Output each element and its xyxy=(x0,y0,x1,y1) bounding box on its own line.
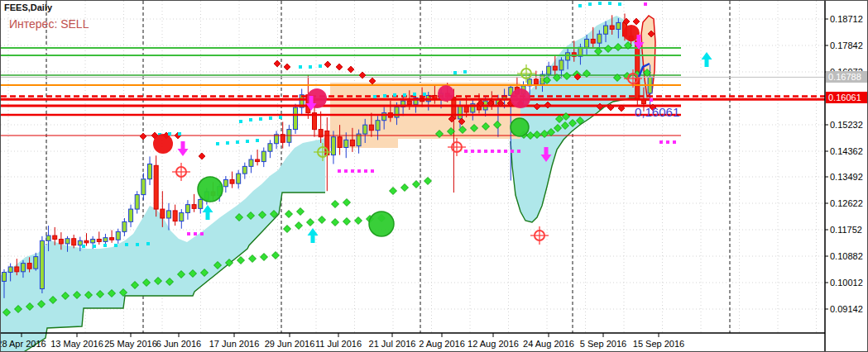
signal-dot-magenta xyxy=(338,169,341,173)
fractal-diamond-green xyxy=(261,254,268,261)
candle-bear xyxy=(173,211,177,221)
signal-dot-magenta xyxy=(504,150,507,153)
candle-bear xyxy=(53,235,57,239)
signal-dot-magenta xyxy=(344,169,348,173)
signal-dot-cyan xyxy=(226,141,229,145)
price-axis-label: 0.09142 xyxy=(830,304,863,314)
price-axis-label: 0.17842 xyxy=(830,40,863,50)
candle-bull xyxy=(268,144,272,151)
signal-dot-cyan xyxy=(269,117,272,120)
buy-arrow-icon xyxy=(308,228,319,243)
signal-dot-magenta xyxy=(371,169,374,173)
fractal-diamond-green xyxy=(319,216,326,224)
signal-dot-cyan xyxy=(279,116,282,119)
fractal-diamond-green xyxy=(284,226,291,233)
candle-bull xyxy=(376,121,380,131)
trend-cloud xyxy=(1,138,325,352)
signal-dot-cyan xyxy=(393,93,396,97)
fractal-diamond-green xyxy=(332,201,339,208)
candle-bear xyxy=(256,159,260,162)
signal-dot-magenta xyxy=(357,169,361,173)
signal-dot-cyan xyxy=(246,140,249,143)
candle-bull xyxy=(597,34,602,43)
chart-window: 0.187120.178420.169720.152320.143620.134… xyxy=(0,0,868,352)
signal-dot-cyan xyxy=(578,4,582,7)
candle-bull xyxy=(40,240,44,288)
signal-dot-cyan xyxy=(413,93,416,96)
signal-dot-magenta xyxy=(484,150,487,153)
candle-bear xyxy=(534,79,538,84)
signal-dot-cyan xyxy=(136,243,139,246)
signal-circle xyxy=(438,85,454,102)
candle-bull xyxy=(141,179,146,195)
candle-bull xyxy=(91,239,95,242)
candle-bull xyxy=(261,151,266,161)
fractal-diamond-green xyxy=(307,219,314,226)
signal-dot-cyan xyxy=(403,93,406,97)
candle-bull xyxy=(78,240,82,245)
signal-dot-magenta xyxy=(659,140,663,144)
price-axis-label: 0.13492 xyxy=(830,172,863,182)
price-axis-label: 0.18712 xyxy=(830,14,863,24)
signal-dot-cyan xyxy=(383,94,386,98)
fractal-diamond-red xyxy=(633,18,640,25)
fractal-diamond-green xyxy=(401,184,409,192)
candle-bear xyxy=(161,209,165,218)
candle-bear xyxy=(72,239,76,245)
candle-bull xyxy=(585,39,589,47)
level-price-label: 0,16061 xyxy=(635,105,679,119)
candle-bull xyxy=(135,195,139,209)
signal-dot-magenta xyxy=(491,150,494,153)
signal-dot-magenta xyxy=(464,150,468,153)
signal-dot-cyan xyxy=(146,242,150,245)
fractal-diamond-green xyxy=(390,188,397,195)
candle-bear xyxy=(610,26,614,29)
price-axis-label: 0.10882 xyxy=(830,251,863,261)
price-axis-label: 0.14362 xyxy=(830,146,863,156)
fractal-diamond-green xyxy=(285,211,293,218)
candle-bull xyxy=(166,211,170,218)
candle-bull xyxy=(559,60,563,70)
fractal-diamond-green xyxy=(413,181,420,188)
candle-bear xyxy=(338,137,342,148)
signal-dot-magenta xyxy=(517,150,520,153)
signal-dot-cyan xyxy=(598,2,602,5)
signal-dot-magenta xyxy=(497,150,501,153)
candle-bull xyxy=(21,264,25,272)
signal-dot-magenta xyxy=(673,140,676,144)
signal-dot-cyan xyxy=(82,245,85,248)
date-label: 29 Jun 2016 xyxy=(265,339,315,349)
candle-bull xyxy=(2,273,7,282)
signal-dot-magenta xyxy=(187,232,190,235)
candle-bull xyxy=(616,22,621,29)
fractal-diamond-red xyxy=(336,64,343,70)
candle-bull xyxy=(237,174,241,183)
date-label: 6 Jun 2016 xyxy=(156,339,201,349)
chart-canvas[interactable]: 0.187120.178420.169720.152320.143620.134… xyxy=(1,1,868,352)
signal-circle xyxy=(369,212,394,236)
fractal-diamond-green xyxy=(237,257,245,264)
candle-bear xyxy=(154,165,158,209)
signal-dot-cyan xyxy=(299,65,302,69)
axis-badge-bid: 0.16061 xyxy=(826,92,868,103)
price-axis-label: 0.11752 xyxy=(830,225,862,235)
signal-dot-magenta xyxy=(364,169,367,173)
buy-arrow-icon xyxy=(702,52,712,67)
candle-bull xyxy=(294,107,298,130)
signal-dot-cyan xyxy=(125,243,128,246)
date-label: 11 Jul 2016 xyxy=(315,339,362,349)
date-label: 25 May 2016 xyxy=(104,339,157,349)
signal-dot-cyan xyxy=(216,142,219,145)
fractal-diamond-red xyxy=(324,61,331,68)
fractal-diamond-red xyxy=(284,64,290,70)
candle-bull xyxy=(223,179,228,186)
price-axis-label: 0.10012 xyxy=(830,278,863,288)
candle-bull xyxy=(199,199,203,208)
date-label: 17 Jun 2016 xyxy=(209,339,260,349)
signal-comment-label: Интерес: SELL xyxy=(9,17,89,31)
candle-bear xyxy=(553,66,557,70)
signal-dot-cyan xyxy=(453,71,457,74)
signal-circle xyxy=(198,177,223,202)
candle-bull xyxy=(331,137,335,155)
candle-bull xyxy=(566,53,570,60)
